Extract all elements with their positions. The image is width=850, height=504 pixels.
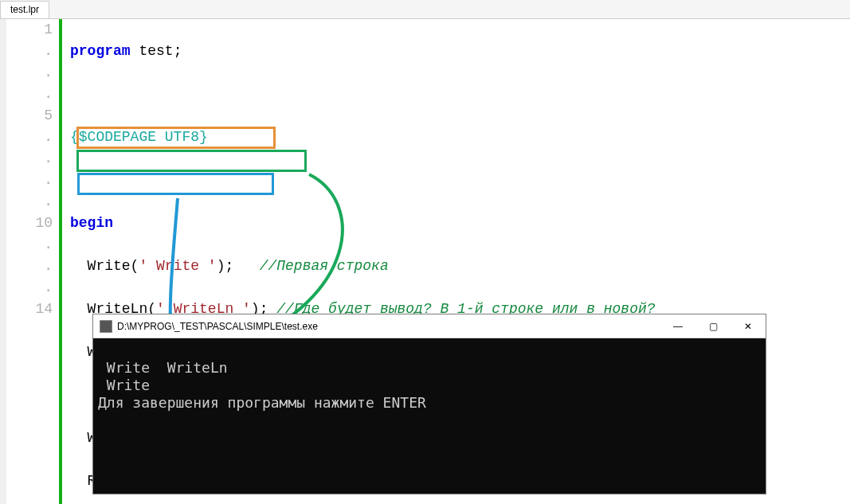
- window-maximize-button[interactable]: ▢: [695, 315, 731, 338]
- line-number: .: [6, 234, 53, 256]
- file-tab[interactable]: test.lpr: [0, 1, 49, 18]
- console-line: Write: [98, 377, 159, 393]
- line-number: 14: [6, 299, 53, 320]
- code-text: );: [217, 258, 234, 274]
- console-titlebar[interactable]: D:\MYPROG\_TEST\PASCAL\SIMPLE\test.exe —…: [93, 315, 766, 338]
- maximize-icon: ▢: [709, 321, 718, 332]
- window-minimize-button[interactable]: —: [660, 315, 695, 338]
- comment: //Первая строка: [233, 258, 388, 274]
- console-output: Write WriteLn Write Для завершения прогр…: [93, 338, 766, 494]
- line-number: 1: [6, 19, 53, 41]
- file-tab-label: test.lpr: [10, 4, 39, 15]
- line-number: 10: [6, 213, 53, 234]
- console-app-icon: [100, 320, 112, 333]
- keyword-program: program: [70, 43, 131, 59]
- line-number: 5: [6, 105, 53, 127]
- console-title: D:\MYPROG\_TEST\PASCAL\SIMPLE\test.exe: [117, 321, 660, 332]
- console-window: D:\MYPROG\_TEST\PASCAL\SIMPLE\test.exe —…: [92, 314, 766, 494]
- line-number: .: [6, 170, 53, 191]
- minimize-icon: —: [673, 321, 683, 332]
- close-icon: ✕: [744, 321, 752, 332]
- line-gutter: 1 . . . 5 . . . . 10 . . . 14: [6, 19, 62, 504]
- line-number: .: [6, 41, 53, 62]
- console-line: Write WriteLn: [98, 359, 236, 376]
- window-close-button[interactable]: ✕: [731, 315, 766, 338]
- code-text: test;: [131, 43, 182, 59]
- line-number: .: [6, 84, 53, 105]
- string-literal: ' Write ': [139, 258, 216, 274]
- line-number: .: [6, 277, 53, 299]
- line-number: .: [6, 62, 53, 84]
- code-text: Write(: [70, 258, 139, 274]
- line-number: .: [6, 256, 53, 277]
- line-number: .: [6, 191, 53, 213]
- annotation-box-green: [76, 150, 307, 172]
- console-line: Для завершения программы нажмите ENTER: [98, 394, 426, 411]
- line-number: .: [6, 127, 53, 148]
- line-number: .: [6, 148, 53, 170]
- keyword-begin: begin: [70, 215, 113, 231]
- tab-bar: test.lpr: [0, 0, 850, 19]
- compiler-directive: {$CODEPAGE UTF8}: [70, 129, 208, 145]
